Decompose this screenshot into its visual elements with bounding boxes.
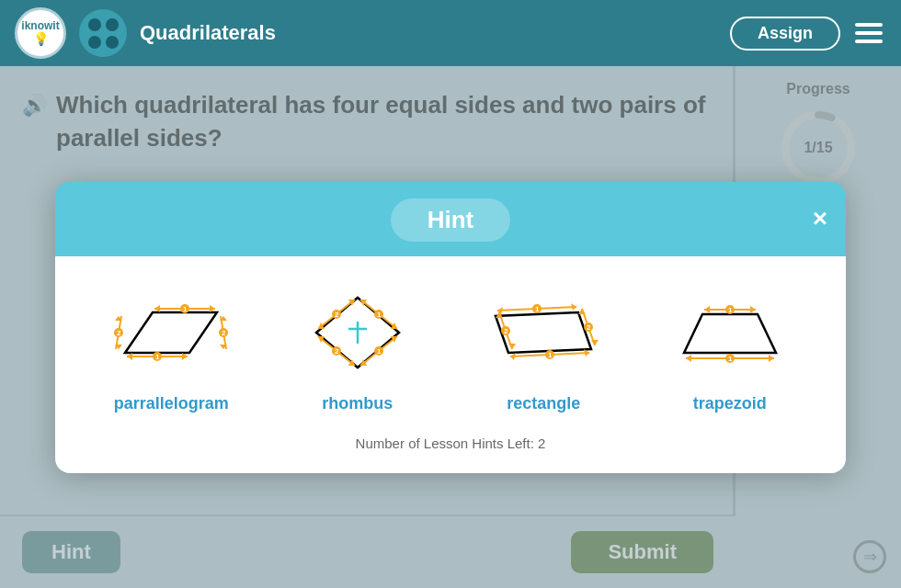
modal-title: Hint	[428, 206, 474, 233]
hint-modal: Hint ×	[55, 182, 846, 473]
logo-badge: iknowit 💡	[15, 7, 66, 59]
rhombus-label: rhombus	[322, 394, 393, 413]
svg-text:1: 1	[183, 305, 188, 313]
svg-marker-69	[704, 306, 710, 313]
svg-marker-46	[496, 312, 591, 353]
modal-overlay: Hint ×	[0, 66, 901, 588]
modal-header: Hint ×	[55, 182, 846, 256]
shape-item-trapezoid: 1 1 trapezoid	[642, 282, 819, 413]
svg-text:1: 1	[535, 305, 540, 313]
svg-marker-58	[591, 340, 599, 345]
svg-marker-75	[769, 355, 774, 362]
svg-text:2: 2	[222, 329, 226, 337]
assign-button[interactable]: Assign	[730, 17, 840, 51]
menu-line-1	[855, 23, 883, 27]
dot-2	[106, 18, 119, 31]
bulb-icon: 💡	[33, 31, 49, 46]
shape-item-rectangle: 1 1	[455, 282, 633, 413]
trapezoid-label: trapezoid	[693, 394, 767, 413]
svg-text:2: 2	[587, 323, 591, 332]
modal-title-wrapper: Hint	[391, 198, 511, 242]
trapezoid-svg: 1 1	[652, 282, 808, 383]
svg-text:2: 2	[504, 327, 508, 335]
dot-3	[88, 36, 101, 49]
svg-text:2: 2	[335, 347, 339, 356]
svg-text:1: 1	[377, 347, 382, 356]
svg-text:1: 1	[728, 355, 733, 363]
parallelogram-svg: 1 1	[93, 282, 249, 383]
lesson-icon	[79, 9, 127, 57]
menu-line-2	[855, 31, 883, 35]
svg-marker-74	[686, 355, 691, 362]
main-area: 🔊 Which quadrilateral has four equal sid…	[0, 66, 901, 588]
rectangle-svg: 1 1	[465, 282, 622, 383]
svg-marker-2	[125, 312, 217, 353]
dot-1	[88, 18, 101, 31]
svg-text:1: 1	[728, 306, 733, 314]
shape-item-rhombus: 1 1	[269, 282, 447, 413]
svg-text:1: 1	[548, 351, 553, 359]
svg-text:2: 2	[335, 311, 339, 319]
svg-marker-70	[750, 306, 756, 313]
svg-marker-59	[578, 309, 586, 314]
parallelogram-label: parrallelogram	[114, 394, 229, 413]
svg-marker-67	[684, 314, 776, 353]
shapes-grid: 1 1	[83, 282, 818, 413]
modal-body: 1 1	[55, 256, 846, 473]
shape-item-parallelogram: 1 1	[83, 282, 260, 413]
dot-4	[106, 36, 119, 49]
lesson-title: Quadrilaterals	[140, 21, 276, 45]
menu-line-3	[855, 40, 883, 43]
menu-button[interactable]	[851, 19, 886, 47]
app-header: iknowit 💡 Quadrilaterals Assign	[0, 0, 901, 66]
svg-marker-63	[508, 344, 516, 349]
svg-text:2: 2	[117, 329, 121, 337]
header-right: Assign	[730, 17, 886, 51]
logo-text: iknowit	[21, 20, 59, 31]
svg-text:1: 1	[377, 311, 382, 319]
hints-left-text: Number of Lesson Hints Left: 2	[83, 435, 818, 455]
svg-text:1: 1	[155, 353, 160, 361]
modal-close-button[interactable]: ×	[813, 206, 827, 232]
dots-grid	[88, 18, 119, 49]
rhombus-svg: 1 1	[279, 282, 436, 383]
rectangle-label: rectangle	[507, 394, 580, 413]
